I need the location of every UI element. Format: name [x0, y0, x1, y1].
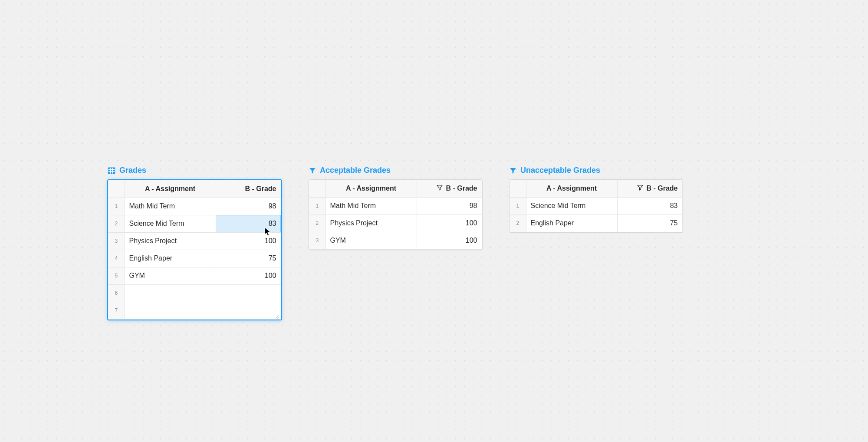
grades-title[interactable]: Grades [107, 166, 282, 175]
acceptable-title[interactable]: Acceptable Grades [309, 166, 483, 175]
corner-cell[interactable] [108, 180, 125, 198]
table-row: 6 [108, 284, 281, 302]
unacceptable-title-label: Unacceptable Grades [520, 166, 600, 175]
column-header-assignment[interactable]: A - Assignment [125, 180, 216, 198]
cell-assignment[interactable] [125, 284, 216, 302]
cell-assignment[interactable] [125, 302, 216, 319]
cell-assignment[interactable]: Physics Project [125, 232, 216, 250]
filter-icon [309, 167, 316, 175]
row-number[interactable]: 6 [108, 284, 125, 302]
row-number[interactable]: 5 [108, 267, 125, 284]
cell-grade[interactable]: 83 [216, 215, 281, 232]
cell-grade[interactable]: 100 [216, 232, 281, 250]
table-icon [107, 166, 116, 175]
cell-assignment[interactable]: GYM [125, 267, 216, 284]
column-filter-icon[interactable] [637, 184, 644, 193]
row-number[interactable]: 4 [108, 250, 125, 267]
table-row: 2Physics Project100 [309, 214, 482, 232]
corner-cell[interactable] [510, 180, 526, 197]
table-row: 1Math Mid Term98 [108, 198, 281, 215]
acceptable-title-label: Acceptable Grades [320, 166, 391, 175]
cell-grade[interactable]: 75 [617, 214, 682, 232]
column-header-grade[interactable]: B - Grade [617, 180, 682, 197]
unacceptable-grid[interactable]: A - Assignment B - Grade 1Science [509, 179, 683, 233]
column-header-assignment[interactable]: A - Assignment [526, 180, 617, 197]
table-row: 2Science Mid Term83 [108, 215, 281, 232]
table-row: 7 [108, 302, 281, 319]
cell-assignment[interactable]: Science Mid Term [526, 197, 617, 214]
column-filter-icon[interactable] [436, 184, 443, 193]
row-number[interactable]: 2 [510, 214, 526, 232]
cell-grade[interactable]: 100 [417, 232, 482, 249]
cell-grade[interactable]: 98 [417, 197, 482, 214]
row-number[interactable]: 3 [108, 232, 125, 250]
row-number[interactable]: 2 [108, 215, 125, 232]
cell-assignment[interactable]: GYM [326, 232, 417, 249]
grades-title-label: Grades [119, 166, 146, 175]
cell-assignment[interactable]: Math Mid Term [326, 197, 417, 214]
table-row: 5GYM100 [108, 267, 281, 284]
cell-assignment[interactable]: English Paper [125, 250, 216, 267]
table-row: 4English Paper75 [108, 250, 281, 267]
row-number[interactable]: 2 [309, 214, 326, 232]
corner-cell[interactable] [309, 180, 326, 197]
row-number[interactable]: 3 [309, 232, 326, 249]
table-row: 3GYM100 [309, 232, 482, 249]
row-number[interactable]: 7 [108, 302, 125, 319]
cell-grade[interactable]: 100 [417, 214, 482, 232]
cell-grade[interactable]: 100 [216, 267, 281, 284]
column-header-grade[interactable]: B - Grade [216, 180, 281, 198]
acceptable-panel: Acceptable Grades A - Assignment [309, 166, 483, 250]
cell-grade[interactable]: 98 [216, 198, 281, 215]
column-header-grade-label: B - Grade [646, 185, 677, 192]
filter-icon [509, 167, 517, 175]
table-row: 2English Paper75 [510, 214, 682, 232]
row-number[interactable]: 1 [309, 197, 326, 214]
column-header-grade[interactable]: B - Grade [417, 180, 482, 197]
row-number[interactable]: 1 [108, 198, 125, 215]
unacceptable-title[interactable]: Unacceptable Grades [509, 166, 683, 175]
unacceptable-panel: Unacceptable Grades A - Assignment [509, 166, 683, 233]
table-row: 1Math Mid Term98 [309, 197, 482, 214]
grades-grid[interactable]: A - Assignment B - Grade 1Math Mid Term9… [107, 179, 282, 320]
column-header-grade-label: B - Grade [446, 185, 477, 192]
cell-grade[interactable]: 83 [617, 197, 682, 214]
column-header-assignment[interactable]: A - Assignment [326, 180, 417, 197]
grades-panel: Grades A - Assignment B - Grade 1Math Mi… [107, 166, 282, 320]
table-row: 3Physics Project100 [108, 232, 281, 250]
cell-grade[interactable]: 75 [216, 250, 281, 267]
cell-grade[interactable] [216, 302, 281, 319]
cell-assignment[interactable]: Math Mid Term [125, 198, 216, 215]
acceptable-grid[interactable]: A - Assignment B - Grade 1Math Mi [309, 179, 483, 250]
row-number[interactable]: 1 [510, 197, 526, 214]
svg-rect-0 [108, 168, 115, 173]
cell-assignment[interactable]: English Paper [526, 214, 617, 232]
cell-grade[interactable] [216, 284, 281, 302]
cell-assignment[interactable]: Physics Project [326, 214, 417, 232]
cell-assignment[interactable]: Science Mid Term [125, 215, 216, 232]
table-row: 1Science Mid Term83 [510, 197, 682, 214]
